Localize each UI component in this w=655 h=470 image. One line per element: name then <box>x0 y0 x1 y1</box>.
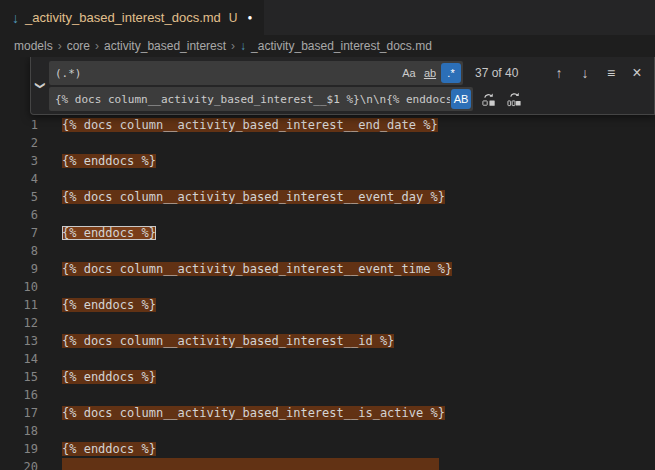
editor-tab[interactable]: ↓ _activity_based_interest_docs.md U ● <box>0 0 264 35</box>
git-status-badge: U <box>229 11 238 25</box>
line-content[interactable]: {% docs column__activity_based_interest_… <box>38 332 394 350</box>
whole-word-button[interactable]: ab <box>420 63 440 83</box>
editor-line[interactable]: 17{% docs column__activity_based_interes… <box>0 404 655 422</box>
line-content[interactable]: {% docs column__activity_based_interest_… <box>38 404 445 422</box>
find-match: {% docs column__activity_based_interest_… <box>62 334 394 348</box>
line-content[interactable]: {% enddocs %} <box>38 152 156 170</box>
line-number: 19 <box>0 440 38 458</box>
breadcrumb: models › core › activity_based_interest … <box>0 35 655 57</box>
close-icon[interactable]: × <box>626 62 648 84</box>
find-replace-widget: ❯ (.*) Aa ab .* 37 of 40 ↑ ↓ ≡ × <box>30 57 655 115</box>
line-content[interactable] <box>38 314 62 332</box>
editor[interactable]: 1{% docs column__activity_based_interest… <box>0 57 655 470</box>
editor-line[interactable]: 20 <box>0 458 655 470</box>
editor-line[interactable]: 13{% docs column__activity_based_interes… <box>0 332 655 350</box>
line-content[interactable] <box>38 386 62 404</box>
find-match: {% docs column__activity_based_interest_… <box>62 406 445 420</box>
editor-line[interactable]: 15{% enddocs %} <box>0 368 655 386</box>
editor-line[interactable]: 2 <box>0 134 655 152</box>
vscode-window: ↓ _activity_based_interest_docs.md U ● m… <box>0 0 655 470</box>
line-number: 16 <box>0 386 38 404</box>
line-content[interactable] <box>38 350 62 368</box>
line-content[interactable] <box>38 278 62 296</box>
line-content[interactable]: {% docs column__activity_based_interest_… <box>38 260 452 278</box>
chevron-right-icon: › <box>231 39 235 53</box>
chevron-right-icon: › <box>95 39 99 53</box>
breadcrumb-item-file[interactable]: _activity_based_interest_docs.md <box>251 39 432 53</box>
editor-line[interactable]: 11{% enddocs %} <box>0 296 655 314</box>
editor-line[interactable]: 3{% enddocs %} <box>0 152 655 170</box>
find-row: (.*) Aa ab .* 37 of 40 ↑ ↓ ≡ × <box>49 61 648 85</box>
editor-line[interactable]: 16 <box>0 386 655 404</box>
line-content[interactable] <box>38 170 62 188</box>
editor-line[interactable]: 19{% enddocs %} <box>0 440 655 458</box>
line-content[interactable]: {% enddocs %} <box>38 440 156 458</box>
line-number: 17 <box>0 404 38 422</box>
find-match: {% docs column__activity_based_interest_… <box>62 262 452 276</box>
editor-line[interactable]: 6 <box>0 206 655 224</box>
line-number: 10 <box>0 278 38 296</box>
line-number: 4 <box>0 170 38 188</box>
line-number: 7 <box>0 224 38 242</box>
line-number: 5 <box>0 188 38 206</box>
line-number: 3 <box>0 152 38 170</box>
replace-icon <box>481 92 496 107</box>
find-match: {% enddocs %} <box>62 298 156 312</box>
replace-input[interactable]: {% docs column__activity_based_interest_… <box>49 87 473 111</box>
match-count: 37 of 40 <box>475 66 518 80</box>
search-input[interactable]: (.*) Aa ab .* <box>49 61 463 85</box>
preserve-case-button[interactable]: AB <box>451 89 471 109</box>
editor-line[interactable]: 9{% docs column__activity_based_interest… <box>0 260 655 278</box>
editor-line[interactable]: 18 <box>0 422 655 440</box>
replace-all-button[interactable] <box>503 88 525 110</box>
editor-line[interactable]: 4 <box>0 170 655 188</box>
line-content[interactable]: {% docs column__activity_based_interest_… <box>38 116 438 134</box>
find-match: {% enddocs %} <box>62 442 156 456</box>
editor-line[interactable]: 10 <box>0 278 655 296</box>
unsaved-changes-dot[interactable]: ● <box>248 13 253 22</box>
line-number: 20 <box>0 458 38 470</box>
find-match: {% enddocs %} <box>62 154 156 168</box>
replace-row: {% docs column__activity_based_interest_… <box>49 87 648 111</box>
line-content[interactable]: {% docs column__activity_based_interest_… <box>38 188 445 206</box>
next-match-button[interactable]: ↓ <box>574 62 596 84</box>
find-in-selection-button[interactable]: ≡ <box>600 62 622 84</box>
editor-line[interactable]: 5{% docs column__activity_based_interest… <box>0 188 655 206</box>
line-number: 2 <box>0 134 38 152</box>
line-content[interactable] <box>38 134 62 152</box>
line-content[interactable] <box>38 242 62 260</box>
find-match: {% enddocs %} <box>62 370 156 384</box>
breadcrumb-item-activity-based-interest[interactable]: activity_based_interest <box>104 39 226 53</box>
find-match: {% docs column__activity_based_interest_… <box>62 118 438 132</box>
toggle-replace-button[interactable]: ❯ <box>31 57 49 114</box>
editor-line[interactable]: 8 <box>0 242 655 260</box>
line-content[interactable]: {% enddocs %} <box>38 368 156 386</box>
line-number: 13 <box>0 332 38 350</box>
editor-line[interactable]: 14 <box>0 350 655 368</box>
replace-all-icon <box>507 92 522 107</box>
line-number: 9 <box>0 260 38 278</box>
breadcrumb-item-models[interactable]: models <box>14 39 53 53</box>
replace-value: {% docs column__activity_based_interest_… <box>55 93 450 106</box>
line-content[interactable]: {% enddocs %} <box>38 224 156 242</box>
editor-line[interactable]: 1{% docs column__activity_based_interest… <box>0 116 655 134</box>
line-number: 18 <box>0 422 38 440</box>
regex-button[interactable]: .* <box>441 63 461 83</box>
tab-filename: _activity_based_interest_docs.md <box>25 10 221 25</box>
line-number: 11 <box>0 296 38 314</box>
markdown-file-icon: ↓ <box>240 40 246 52</box>
match-case-button[interactable]: Aa <box>399 63 419 83</box>
search-value: (.*) <box>55 67 398 80</box>
replace-button[interactable] <box>477 88 499 110</box>
line-number: 14 <box>0 350 38 368</box>
editor-line[interactable]: 12 <box>0 314 655 332</box>
line-content[interactable] <box>38 206 62 224</box>
line-content[interactable]: {% enddocs %} <box>38 296 156 314</box>
find-match <box>62 458 439 470</box>
editor-line[interactable]: 7{% enddocs %} <box>0 224 655 242</box>
line-content[interactable] <box>38 458 439 470</box>
find-match-current: {% enddocs %} <box>62 226 156 240</box>
previous-match-button[interactable]: ↑ <box>548 62 570 84</box>
line-content[interactable] <box>38 422 62 440</box>
breadcrumb-item-core[interactable]: core <box>67 39 90 53</box>
